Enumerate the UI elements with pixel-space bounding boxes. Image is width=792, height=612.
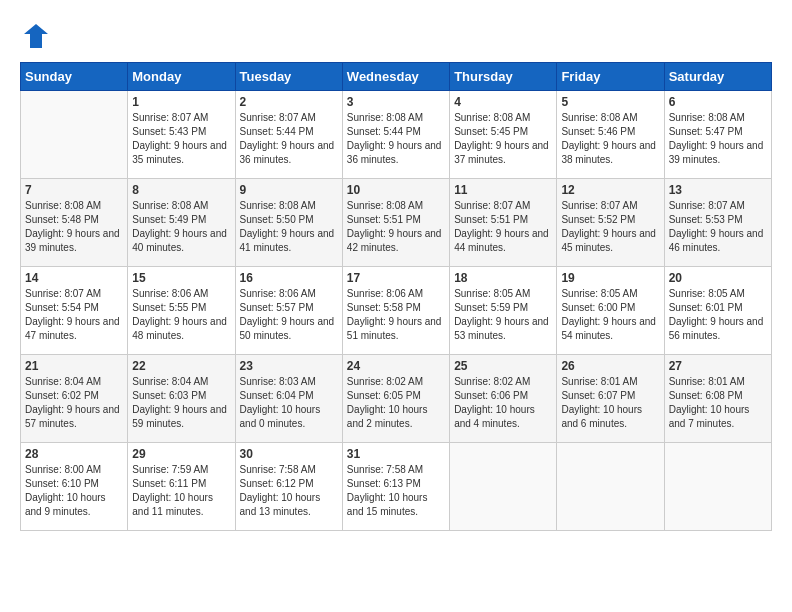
calendar-cell: 11Sunrise: 8:07 AMSunset: 5:51 PMDayligh… xyxy=(450,179,557,267)
logo-icon xyxy=(20,20,52,52)
page-header xyxy=(20,20,772,52)
day-info: Sunrise: 8:01 AMSunset: 6:08 PMDaylight:… xyxy=(669,375,767,431)
day-number: 6 xyxy=(669,95,767,109)
day-number: 15 xyxy=(132,271,230,285)
calendar-cell: 25Sunrise: 8:02 AMSunset: 6:06 PMDayligh… xyxy=(450,355,557,443)
calendar-cell: 13Sunrise: 8:07 AMSunset: 5:53 PMDayligh… xyxy=(664,179,771,267)
day-info: Sunrise: 8:02 AMSunset: 6:05 PMDaylight:… xyxy=(347,375,445,431)
day-number: 5 xyxy=(561,95,659,109)
day-info: Sunrise: 8:04 AMSunset: 6:03 PMDaylight:… xyxy=(132,375,230,431)
calendar-cell: 27Sunrise: 8:01 AMSunset: 6:08 PMDayligh… xyxy=(664,355,771,443)
day-number: 22 xyxy=(132,359,230,373)
calendar-cell: 2Sunrise: 8:07 AMSunset: 5:44 PMDaylight… xyxy=(235,91,342,179)
weekday-header: Saturday xyxy=(664,63,771,91)
day-number: 7 xyxy=(25,183,123,197)
calendar-week-row: 14Sunrise: 8:07 AMSunset: 5:54 PMDayligh… xyxy=(21,267,772,355)
logo xyxy=(20,20,56,52)
calendar-cell: 17Sunrise: 8:06 AMSunset: 5:58 PMDayligh… xyxy=(342,267,449,355)
calendar-cell: 1Sunrise: 8:07 AMSunset: 5:43 PMDaylight… xyxy=(128,91,235,179)
day-info: Sunrise: 8:08 AMSunset: 5:50 PMDaylight:… xyxy=(240,199,338,255)
calendar-cell: 31Sunrise: 7:58 AMSunset: 6:13 PMDayligh… xyxy=(342,443,449,531)
day-info: Sunrise: 8:08 AMSunset: 5:48 PMDaylight:… xyxy=(25,199,123,255)
day-info: Sunrise: 8:08 AMSunset: 5:51 PMDaylight:… xyxy=(347,199,445,255)
day-number: 2 xyxy=(240,95,338,109)
calendar-week-row: 21Sunrise: 8:04 AMSunset: 6:02 PMDayligh… xyxy=(21,355,772,443)
day-info: Sunrise: 8:08 AMSunset: 5:45 PMDaylight:… xyxy=(454,111,552,167)
calendar-cell: 28Sunrise: 8:00 AMSunset: 6:10 PMDayligh… xyxy=(21,443,128,531)
day-info: Sunrise: 8:05 AMSunset: 6:01 PMDaylight:… xyxy=(669,287,767,343)
calendar-cell: 23Sunrise: 8:03 AMSunset: 6:04 PMDayligh… xyxy=(235,355,342,443)
day-info: Sunrise: 7:58 AMSunset: 6:13 PMDaylight:… xyxy=(347,463,445,519)
svg-marker-0 xyxy=(24,24,48,48)
day-number: 19 xyxy=(561,271,659,285)
day-number: 28 xyxy=(25,447,123,461)
day-info: Sunrise: 8:05 AMSunset: 6:00 PMDaylight:… xyxy=(561,287,659,343)
day-info: Sunrise: 8:06 AMSunset: 5:57 PMDaylight:… xyxy=(240,287,338,343)
day-info: Sunrise: 8:00 AMSunset: 6:10 PMDaylight:… xyxy=(25,463,123,519)
day-info: Sunrise: 8:07 AMSunset: 5:54 PMDaylight:… xyxy=(25,287,123,343)
day-number: 31 xyxy=(347,447,445,461)
calendar-cell: 12Sunrise: 8:07 AMSunset: 5:52 PMDayligh… xyxy=(557,179,664,267)
calendar-cell: 22Sunrise: 8:04 AMSunset: 6:03 PMDayligh… xyxy=(128,355,235,443)
day-info: Sunrise: 8:04 AMSunset: 6:02 PMDaylight:… xyxy=(25,375,123,431)
day-info: Sunrise: 8:07 AMSunset: 5:43 PMDaylight:… xyxy=(132,111,230,167)
day-info: Sunrise: 7:58 AMSunset: 6:12 PMDaylight:… xyxy=(240,463,338,519)
calendar-cell: 20Sunrise: 8:05 AMSunset: 6:01 PMDayligh… xyxy=(664,267,771,355)
calendar-cell: 9Sunrise: 8:08 AMSunset: 5:50 PMDaylight… xyxy=(235,179,342,267)
calendar-cell: 21Sunrise: 8:04 AMSunset: 6:02 PMDayligh… xyxy=(21,355,128,443)
calendar-cell xyxy=(557,443,664,531)
day-number: 27 xyxy=(669,359,767,373)
calendar-table: SundayMondayTuesdayWednesdayThursdayFrid… xyxy=(20,62,772,531)
day-info: Sunrise: 8:08 AMSunset: 5:47 PMDaylight:… xyxy=(669,111,767,167)
day-number: 3 xyxy=(347,95,445,109)
day-info: Sunrise: 8:06 AMSunset: 5:58 PMDaylight:… xyxy=(347,287,445,343)
calendar-cell: 26Sunrise: 8:01 AMSunset: 6:07 PMDayligh… xyxy=(557,355,664,443)
day-number: 18 xyxy=(454,271,552,285)
day-info: Sunrise: 8:08 AMSunset: 5:46 PMDaylight:… xyxy=(561,111,659,167)
calendar-cell: 7Sunrise: 8:08 AMSunset: 5:48 PMDaylight… xyxy=(21,179,128,267)
day-number: 21 xyxy=(25,359,123,373)
calendar-cell: 4Sunrise: 8:08 AMSunset: 5:45 PMDaylight… xyxy=(450,91,557,179)
weekday-header: Monday xyxy=(128,63,235,91)
day-number: 20 xyxy=(669,271,767,285)
day-number: 24 xyxy=(347,359,445,373)
calendar-week-row: 1Sunrise: 8:07 AMSunset: 5:43 PMDaylight… xyxy=(21,91,772,179)
calendar-cell: 18Sunrise: 8:05 AMSunset: 5:59 PMDayligh… xyxy=(450,267,557,355)
weekday-header: Friday xyxy=(557,63,664,91)
day-number: 11 xyxy=(454,183,552,197)
weekday-header: Wednesday xyxy=(342,63,449,91)
day-info: Sunrise: 8:07 AMSunset: 5:52 PMDaylight:… xyxy=(561,199,659,255)
calendar-cell xyxy=(21,91,128,179)
day-number: 1 xyxy=(132,95,230,109)
day-info: Sunrise: 8:08 AMSunset: 5:44 PMDaylight:… xyxy=(347,111,445,167)
day-info: Sunrise: 7:59 AMSunset: 6:11 PMDaylight:… xyxy=(132,463,230,519)
calendar-cell: 24Sunrise: 8:02 AMSunset: 6:05 PMDayligh… xyxy=(342,355,449,443)
calendar-cell: 15Sunrise: 8:06 AMSunset: 5:55 PMDayligh… xyxy=(128,267,235,355)
calendar-cell: 8Sunrise: 8:08 AMSunset: 5:49 PMDaylight… xyxy=(128,179,235,267)
day-number: 12 xyxy=(561,183,659,197)
calendar-cell xyxy=(450,443,557,531)
day-number: 9 xyxy=(240,183,338,197)
day-number: 4 xyxy=(454,95,552,109)
day-info: Sunrise: 8:06 AMSunset: 5:55 PMDaylight:… xyxy=(132,287,230,343)
day-number: 10 xyxy=(347,183,445,197)
weekday-header: Tuesday xyxy=(235,63,342,91)
day-number: 13 xyxy=(669,183,767,197)
day-number: 25 xyxy=(454,359,552,373)
weekday-header-row: SundayMondayTuesdayWednesdayThursdayFrid… xyxy=(21,63,772,91)
day-info: Sunrise: 8:07 AMSunset: 5:44 PMDaylight:… xyxy=(240,111,338,167)
calendar-cell: 19Sunrise: 8:05 AMSunset: 6:00 PMDayligh… xyxy=(557,267,664,355)
calendar-week-row: 28Sunrise: 8:00 AMSunset: 6:10 PMDayligh… xyxy=(21,443,772,531)
day-number: 30 xyxy=(240,447,338,461)
day-info: Sunrise: 8:07 AMSunset: 5:53 PMDaylight:… xyxy=(669,199,767,255)
day-number: 16 xyxy=(240,271,338,285)
calendar-cell: 29Sunrise: 7:59 AMSunset: 6:11 PMDayligh… xyxy=(128,443,235,531)
calendar-week-row: 7Sunrise: 8:08 AMSunset: 5:48 PMDaylight… xyxy=(21,179,772,267)
weekday-header: Sunday xyxy=(21,63,128,91)
day-info: Sunrise: 8:07 AMSunset: 5:51 PMDaylight:… xyxy=(454,199,552,255)
calendar-cell: 16Sunrise: 8:06 AMSunset: 5:57 PMDayligh… xyxy=(235,267,342,355)
day-info: Sunrise: 8:02 AMSunset: 6:06 PMDaylight:… xyxy=(454,375,552,431)
day-number: 8 xyxy=(132,183,230,197)
calendar-cell: 5Sunrise: 8:08 AMSunset: 5:46 PMDaylight… xyxy=(557,91,664,179)
day-info: Sunrise: 8:08 AMSunset: 5:49 PMDaylight:… xyxy=(132,199,230,255)
